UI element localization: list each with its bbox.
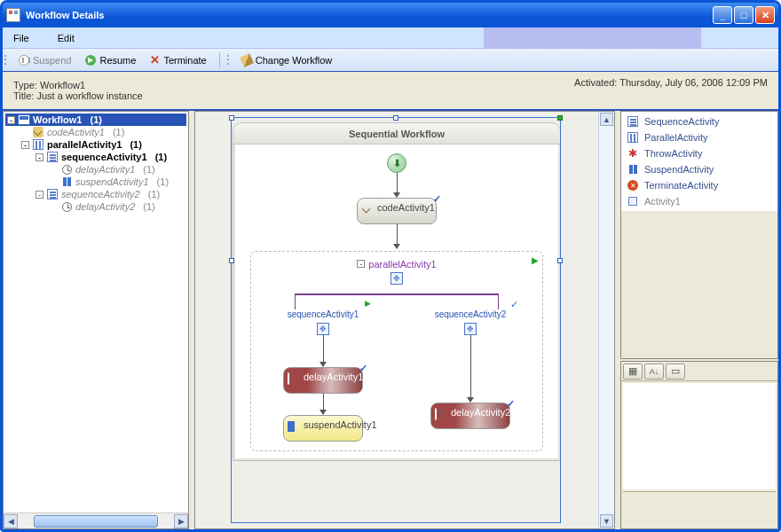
toolbox-item-throw[interactable]: ✱ ThrowActivity bbox=[623, 145, 776, 161]
terminate-button[interactable]: ✕ Terminate bbox=[145, 51, 211, 68]
workflow-icon bbox=[18, 114, 30, 125]
toolbox-item-activity1[interactable]: Activity1 bbox=[623, 193, 776, 209]
activity-parallel1[interactable]: ▶ - parallelActivity1 ✥ ▶ sequenceActivi bbox=[250, 251, 543, 451]
property-toolbar: ▦ A↓ ▭ bbox=[621, 362, 777, 381]
check-icon: ✓ bbox=[359, 363, 367, 374]
tree-root[interactable]: - Workflow1 (1) bbox=[5, 113, 186, 126]
tree-parallel1[interactable]: - parallelActivity1 (1) bbox=[20, 138, 186, 151]
tree-seq2[interactable]: - sequenceActivity2 (1) bbox=[34, 188, 186, 200]
tree-seq1[interactable]: - sequenceActivity1 (1) bbox=[34, 151, 186, 163]
toolbox-item-parallel[interactable]: ParallelActivity bbox=[623, 129, 776, 145]
right-panels: SequenceActivity ParallelActivity ✱ Thro… bbox=[620, 111, 778, 529]
toolbox-panel: SequenceActivity ParallelActivity ✱ Thro… bbox=[620, 111, 778, 359]
toolbox-item-terminate[interactable]: ✕ TerminateActivity bbox=[623, 177, 776, 193]
tree-suspend1-label: suspendActivity1 bbox=[75, 176, 149, 187]
branch-seq2[interactable]: ✓ sequenceActivity2 ✥ ✓ delayActivity2 bbox=[417, 309, 524, 442]
drop-target-icon[interactable]: ✥ bbox=[464, 323, 477, 335]
parallel-icon bbox=[627, 131, 639, 144]
drop-target-icon[interactable]: ✥ bbox=[317, 323, 329, 335]
seq1-label: sequenceActivity1 bbox=[288, 309, 359, 319]
tree-seq1-label: sequenceActivity1 bbox=[61, 152, 147, 162]
scroll-right-icon[interactable]: ▶ bbox=[174, 514, 188, 528]
titlebar[interactable]: Workflow Details _ □ ✕ bbox=[3, 3, 778, 27]
collapse-icon[interactable]: - bbox=[7, 116, 15, 124]
branch-seq1[interactable]: ▶ sequenceActivity1 ✥ ✓ delayActivity1 bbox=[270, 309, 376, 442]
resize-handle[interactable] bbox=[229, 258, 234, 263]
categorized-button[interactable]: ▦ bbox=[623, 364, 643, 379]
menu-edit[interactable]: Edit bbox=[52, 31, 80, 45]
toolbox-list: SequenceActivity ParallelActivity ✱ Thro… bbox=[621, 112, 777, 211]
designer-canvas[interactable]: Sequential Workflow ⬇ ✓ codeActivity1 bbox=[195, 112, 598, 528]
change-workflow-button[interactable]: Change Workflow bbox=[236, 53, 338, 67]
toolbar-grip-icon[interactable] bbox=[4, 51, 10, 69]
scroll-thumb[interactable] bbox=[34, 515, 158, 528]
tree-code1[interactable]: codeActivity1 (1) bbox=[20, 126, 186, 138]
resize-handle[interactable] bbox=[557, 258, 563, 263]
suspend-button[interactable]: Suspend bbox=[13, 53, 76, 67]
pages-icon: ▭ bbox=[671, 365, 680, 377]
toolbox-item-label: ParallelActivity bbox=[644, 132, 708, 143]
tree-code1-count: (1) bbox=[113, 127, 124, 137]
branches: ▶ sequenceActivity1 ✥ ✓ delayActivity1 bbox=[270, 309, 524, 442]
tree-delay2[interactable]: delayActivity2 (1) bbox=[48, 200, 186, 213]
close-icon: ✕ bbox=[761, 10, 769, 21]
tree-seq2-label: sequenceActivity2 bbox=[61, 189, 140, 200]
parallel-icon bbox=[32, 139, 44, 150]
tree-suspend1[interactable]: suspendActivity1 (1) bbox=[48, 176, 186, 188]
maximize-button[interactable]: □ bbox=[734, 6, 753, 24]
resize-handle-run[interactable] bbox=[557, 115, 563, 121]
menubar: File Edit bbox=[3, 27, 778, 49]
outline-panel: - Workflow1 (1) codeActivity1 bbox=[3, 111, 189, 529]
fork-connector bbox=[295, 293, 499, 295]
property-grid-body[interactable] bbox=[623, 383, 776, 489]
window-title: Workflow Details bbox=[26, 10, 713, 20]
collapse-icon[interactable]: - bbox=[36, 153, 43, 161]
main-area: - Workflow1 (1) codeActivity1 bbox=[3, 111, 778, 529]
expander-none bbox=[21, 129, 29, 137]
alphabetical-button[interactable]: A↓ bbox=[644, 364, 664, 379]
toolbox-item-suspend[interactable]: SuspendActivity bbox=[623, 161, 776, 177]
resize-handle[interactable] bbox=[229, 115, 234, 121]
activity-suspend1-label: suspendActivity1 bbox=[304, 419, 377, 430]
app-window: Workflow Details _ □ ✕ File Edit Suspend… bbox=[0, 0, 781, 532]
scroll-up-icon[interactable]: ▲ bbox=[600, 113, 613, 126]
property-grid-panel: ▦ A↓ ▭ bbox=[620, 361, 778, 529]
play-icon: ▶ bbox=[532, 255, 539, 265]
activity-code1[interactable]: ✓ codeActivity1 bbox=[357, 198, 437, 224]
scroll-left-icon[interactable]: ◀ bbox=[4, 514, 18, 528]
tree-delay1[interactable]: delayActivity1 (1) bbox=[48, 163, 186, 176]
toolbox-item-sequence[interactable]: SequenceActivity bbox=[623, 113, 776, 129]
maximize-icon: □ bbox=[741, 10, 747, 20]
resume-button[interactable]: ▶ Resume bbox=[80, 53, 141, 67]
activity-delay1[interactable]: ✓ delayActivity1 bbox=[283, 367, 363, 394]
scroll-down-icon[interactable]: ▼ bbox=[600, 514, 613, 528]
toolbox-item-label: TerminateActivity bbox=[644, 180, 718, 191]
collapse-icon[interactable]: - bbox=[357, 260, 365, 268]
window-controls: _ □ ✕ bbox=[713, 6, 775, 24]
tree-code1-label: codeActivity1 bbox=[47, 127, 105, 137]
close-button[interactable]: ✕ bbox=[755, 6, 775, 24]
minimize-button[interactable]: _ bbox=[713, 6, 732, 24]
resume-label: Resume bbox=[99, 55, 136, 66]
collapse-icon[interactable]: - bbox=[21, 141, 29, 149]
activated-value: Thursday, July 06, 2006 12:09 PM bbox=[619, 77, 768, 88]
designer-scrollbar[interactable]: ▲ ▼ bbox=[598, 112, 614, 528]
activity-delay2[interactable]: ✓ delayActivity2 bbox=[430, 403, 510, 429]
tree-scrollbar[interactable]: ◀ ▶ bbox=[4, 512, 188, 528]
toolbar-grip-icon-2[interactable] bbox=[227, 51, 233, 69]
app-icon bbox=[6, 8, 20, 22]
type-label: Type: bbox=[13, 80, 37, 90]
clock-icon bbox=[435, 409, 447, 421]
drop-target-icon[interactable]: ✥ bbox=[390, 272, 403, 285]
connector bbox=[470, 335, 471, 397]
suspend-icon bbox=[19, 55, 29, 66]
resize-handle[interactable] bbox=[393, 115, 398, 121]
menu-file[interactable]: File bbox=[8, 31, 35, 45]
property-pages-button[interactable]: ▭ bbox=[666, 364, 685, 379]
script-icon bbox=[32, 127, 44, 137]
collapse-icon[interactable]: - bbox=[36, 191, 43, 199]
activity-suspend1[interactable]: suspendActivity1 bbox=[283, 415, 363, 442]
outline-tree[interactable]: - Workflow1 (1) codeActivity1 bbox=[4, 112, 188, 512]
terminate-icon: ✕ bbox=[150, 53, 160, 66]
toolbar-separator bbox=[219, 52, 220, 68]
